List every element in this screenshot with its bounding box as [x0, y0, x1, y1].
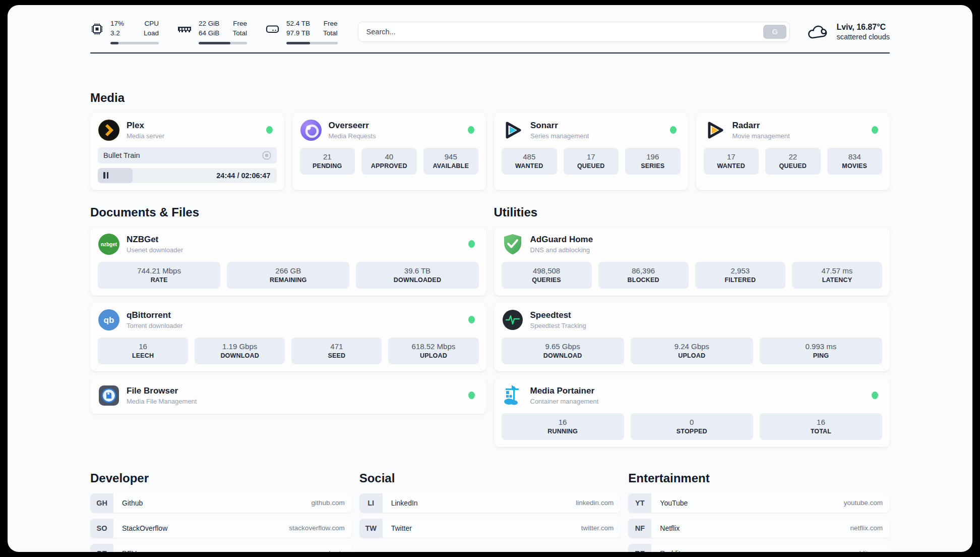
link-dev[interactable]: DT DEV dev.to — [90, 544, 352, 552]
stat-available: 945AVAILABLE — [423, 148, 479, 175]
link-github[interactable]: GH Github github.com — [90, 493, 352, 513]
status-dot — [468, 126, 474, 134]
session-icon[interactable] — [262, 151, 271, 160]
social-section: Social LI LinkedIn linkedin.com TW Twitt… — [359, 447, 621, 552]
link-netflix[interactable]: NF Netflix netflix.com — [628, 519, 890, 538]
link-url: linkedin.com — [576, 493, 614, 513]
ram-stat: 22 GiB 64 GiB Free Total — [177, 19, 247, 44]
app-title: File Browser — [127, 386, 197, 396]
link-twitter[interactable]: TW Twitter twitter.com — [359, 519, 621, 538]
cpu-progress — [110, 42, 159, 44]
stat-download: 9.65 GbpsDOWNLOAD — [502, 338, 624, 364]
section-title-entertainment: Entertainment — [628, 471, 890, 485]
search-engine-button[interactable]: G — [763, 25, 786, 39]
cpu-load-value: 3.2 — [110, 29, 124, 38]
app-title: Overseerr — [329, 121, 376, 131]
disk-free-value: 52.4 TB — [286, 19, 310, 29]
app-card-radarr[interactable]: Radarr Movie management 17WANTED 22QUEUE… — [696, 113, 890, 190]
status-dot — [468, 240, 475, 248]
app-subtitle: Media File Management — [127, 398, 197, 405]
app-title: Radarr — [732, 121, 790, 131]
link-tag: SO — [90, 519, 113, 538]
search-input[interactable] — [358, 28, 764, 36]
link-stackoverflow[interactable]: SO StackOverflow stackoverflow.com — [90, 519, 352, 538]
app-card-plex[interactable]: Plex Media server Bullet Train 24:44 / 0… — [90, 113, 284, 190]
cloud-icon — [807, 23, 829, 40]
stat-queued: 17QUEUED — [564, 148, 619, 175]
link-url: reddit.com — [851, 544, 883, 552]
app-card-portainer[interactable]: Media Portainer Container management 16R… — [494, 378, 890, 447]
link-name: StackOverflow — [122, 519, 167, 538]
disk-free-label: Free — [323, 19, 338, 29]
stat-movies: 834MOVIES — [827, 148, 883, 175]
disk-icon — [265, 22, 280, 36]
stat-approved: 40APPROVED — [361, 148, 417, 175]
radarr-icon — [704, 119, 726, 141]
app-subtitle: Speedtest Tracking — [530, 322, 586, 329]
app-card-speedtest[interactable]: Speedtest Speedtest Tracking 9.65 GbpsDO… — [494, 303, 890, 371]
link-tag: RE — [628, 544, 651, 552]
media-grid: Plex Media server Bullet Train 24:44 / 0… — [90, 113, 890, 190]
section-title-utilities: Utilities — [494, 205, 890, 219]
weather-location-temp: Lviv, 16.87°C — [836, 23, 890, 32]
app-subtitle: Movie management — [732, 132, 790, 140]
stat-upload: 9.24 GbpsUPLOAD — [631, 338, 753, 364]
link-url: dev.to — [327, 544, 345, 552]
ram-icon — [177, 22, 192, 36]
ram-total-value: 64 GiB — [199, 29, 219, 38]
disk-total-value: 97.9 TB — [286, 29, 310, 38]
stat-downloaded: 39.6 TBDOWNLOADED — [356, 262, 478, 289]
link-reddit[interactable]: RE Reddit reddit.com — [628, 544, 890, 552]
link-youtube[interactable]: YT YouTube youtube.com — [628, 493, 890, 513]
status-dot — [266, 126, 273, 134]
link-name: DEV — [122, 544, 137, 552]
svg-text:nzbget: nzbget — [101, 242, 117, 247]
section-title-developer: Developer — [90, 471, 352, 485]
link-name: Reddit — [660, 544, 680, 552]
stat-running: 16RUNNING — [502, 413, 624, 440]
link-url: stackoverflow.com — [289, 519, 344, 538]
app-subtitle: Torrent downloader — [127, 322, 182, 329]
pause-button[interactable] — [103, 172, 108, 179]
nzbget-icon: nzbget — [98, 233, 120, 255]
link-linkedin[interactable]: LI LinkedIn linkedin.com — [359, 493, 621, 513]
link-url: netflix.com — [850, 519, 883, 538]
cpu-load-label: Load — [144, 29, 159, 38]
section-title-social: Social — [359, 471, 621, 485]
disk-total-label: Total — [323, 29, 338, 38]
stat-ping: 0.993 msPING — [760, 338, 882, 364]
app-title: Sonarr — [530, 121, 589, 131]
cpu-icon — [90, 22, 104, 36]
app-card-sonarr[interactable]: Sonarr Series management 485WANTED 17QUE… — [494, 113, 688, 190]
app-card-overseerr[interactable]: Overseerr Media Requests 21PENDING 40APP… — [292, 113, 486, 190]
app-subtitle: DNS and adblocking — [530, 246, 593, 254]
stat-queued: 22QUEUED — [765, 148, 821, 175]
ram-free-value: 22 GiB — [199, 19, 219, 29]
plex-icon — [98, 119, 120, 141]
adguard-icon — [502, 233, 524, 255]
ram-total-label: Total — [232, 29, 247, 38]
app-card-filebrowser[interactable]: File Browser Media File Management — [90, 378, 486, 414]
now-playing-title: Bullet Train — [103, 151, 140, 159]
stat-filtered: 2,953FILTERED — [695, 262, 785, 289]
app-subtitle: Media server — [127, 132, 164, 140]
stat-wanted: 17WANTED — [704, 148, 759, 175]
app-title: qBittorrent — [127, 310, 182, 320]
link-name: Github — [122, 493, 143, 513]
dashboard-page: 17% 3.2 CPU Load — [8, 5, 972, 552]
stat-rate: 744.21 MbpsRATE — [98, 262, 220, 289]
stat-upload: 618.52 MbpsUPLOAD — [388, 338, 478, 364]
playback-progress: 24:44 / 02:06:47 — [98, 168, 277, 183]
header: 17% 3.2 CPU Load — [90, 19, 890, 44]
link-tag: GH — [90, 493, 113, 513]
weather-condition: scattered clouds — [836, 33, 890, 41]
app-card-qbittorrent[interactable]: qb qBittorrent Torrent downloader 16LEEC… — [90, 303, 486, 371]
stat-pending: 21PENDING — [300, 148, 355, 175]
stat-total: 16TOTAL — [760, 413, 882, 440]
status-dot — [468, 392, 475, 399]
app-card-adguard[interactable]: AdGuard Home DNS and adblocking 498,508Q… — [494, 227, 890, 296]
app-card-nzbget[interactable]: nzbget NZBGet Usenet downloader 744.21 M… — [90, 227, 486, 296]
app-title: NZBGet — [127, 235, 183, 245]
documents-column: Documents & Files nzbget NZBGet U — [90, 190, 486, 447]
stat-wanted: 485WANTED — [502, 148, 557, 175]
